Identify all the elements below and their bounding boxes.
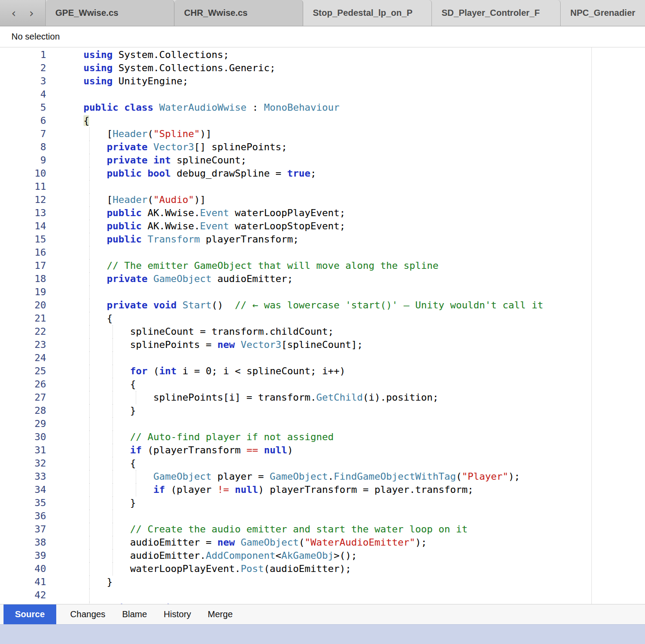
code-line-text: private GameObject audioEmitter; — [53, 272, 591, 286]
code-token — [258, 445, 264, 456]
jump-bar[interactable]: No selection — [0, 26, 645, 47]
code-line-text: } — [53, 496, 591, 510]
code-token: "Spline" — [153, 128, 200, 139]
code-line[interactable]: 20 private void Start() // ← was lowerca… — [0, 299, 591, 312]
code-line[interactable]: 2using System.Collections.Generic; — [0, 62, 591, 75]
code-line[interactable]: 4 — [0, 88, 591, 101]
code-token: int — [159, 365, 177, 376]
code-token — [83, 365, 130, 376]
bottom-tab-merge[interactable]: Merge — [208, 609, 233, 619]
code-line[interactable]: 40 waterLoopPlayEvent.Post(audioEmitter)… — [0, 562, 591, 575]
code-token: [ — [83, 128, 112, 139]
code-token: splinePoints = — [83, 339, 217, 350]
code-line[interactable]: 11 — [0, 180, 591, 193]
code-line[interactable]: 28 } — [0, 404, 591, 417]
indent-guide — [112, 325, 113, 338]
code-token: (playerTransform — [141, 445, 246, 456]
code-line[interactable]: 8 private Vector3[] splinePoints; — [0, 141, 591, 154]
code-line[interactable]: 22 splineCount = transform.childCount; — [0, 325, 591, 338]
line-number: 21 — [0, 312, 53, 325]
code-token: audioEmitter = — [83, 537, 217, 548]
code-line[interactable]: 24 — [0, 351, 591, 365]
code-token: () — [217, 603, 229, 604]
code-token: // Auto-find player if not assigned — [130, 431, 334, 442]
code-line[interactable]: 13 public AK.Wwise.Event waterLoopPlayEv… — [0, 206, 591, 220]
code-line[interactable]: 34 if (player != null) playerTransform =… — [0, 483, 591, 496]
code-token: // Create the audio emitter and start th… — [130, 524, 467, 535]
code-line[interactable]: 16 — [0, 246, 591, 259]
code-token — [235, 339, 240, 350]
code-line[interactable]: 17 // The emitter GameObject that will m… — [0, 259, 591, 272]
code-token: void — [153, 603, 177, 604]
file-tab-1[interactable]: GPE_Wwise.cs — [46, 0, 174, 26]
code-token: ) playerTransform = player.transform; — [258, 484, 473, 495]
code-line[interactable]: 42 — [0, 589, 591, 602]
code-line[interactable]: 26 { — [0, 378, 591, 391]
code-token: Event — [200, 207, 229, 218]
code-line[interactable]: 1using System.Collections; — [0, 48, 591, 62]
code-token: < — [275, 550, 281, 561]
file-tab-3[interactable]: Stop_Pedestal_lp_on_P — [303, 0, 432, 26]
file-tab-4[interactable]: SD_Player_Controler_F — [432, 0, 561, 26]
code-token: (player — [165, 484, 217, 495]
forward-button[interactable]: › — [29, 7, 34, 19]
code-line[interactable]: 6{ — [0, 114, 591, 127]
right-gutter — [591, 47, 645, 604]
code-token: } — [83, 497, 136, 508]
code-token: Update — [182, 603, 217, 604]
bottom-tab-blame[interactable]: Blame — [122, 609, 147, 619]
code-line[interactable]: 43 private void Update() — [0, 602, 591, 604]
code-line[interactable]: 32 { — [0, 457, 591, 470]
file-tab-5[interactable]: NPC_Grenadier — [561, 0, 645, 26]
back-button[interactable]: ‹ — [11, 7, 16, 19]
code-line-text: private void Start() // ← was lowercase … — [53, 299, 591, 312]
file-tab-2[interactable]: CHR_Wwise.cs — [174, 0, 303, 26]
code-line[interactable]: 35 } — [0, 496, 591, 510]
bottom-tab-changes[interactable]: Changes — [70, 609, 105, 619]
tab-history-nav: ‹ › — [0, 0, 46, 26]
code-line[interactable]: 5public class WaterAudioWwise : MonoBeha… — [0, 101, 591, 114]
code-line[interactable]: 33 GameObject player = GameObject.FindGa… — [0, 470, 591, 483]
line-number: 7 — [0, 127, 53, 141]
code-line[interactable]: 31 if (playerTransform == null) — [0, 444, 591, 457]
code-line[interactable]: 7 [Header("Spline")] — [0, 127, 591, 141]
indent-guide — [89, 206, 90, 220]
bottom-tab-source[interactable]: Source — [4, 604, 56, 624]
indent-guide — [112, 536, 113, 549]
code-line[interactable]: 37 // Create the audio emitter and start… — [0, 523, 591, 536]
code-line[interactable]: 39 audioEmitter.AddComponent<AkGameObj>(… — [0, 549, 591, 562]
code-line[interactable]: 38 audioEmitter = new GameObject("WaterA… — [0, 536, 591, 549]
code-line[interactable]: 27 splinePoints[i] = transform.GetChild(… — [0, 391, 591, 404]
bottom-tab-history[interactable]: History — [164, 609, 191, 619]
code-token: // The emitter GameObject that will move… — [107, 260, 438, 271]
code-line[interactable]: 36 — [0, 510, 591, 523]
code-token: { — [83, 379, 136, 390]
code-line[interactable]: 30 // Auto-find player if not assigned — [0, 431, 591, 444]
code-token: AK.Wwise. — [141, 207, 199, 218]
code-line[interactable]: 29 — [0, 417, 591, 431]
code-line[interactable]: 25 for (int i = 0; i < splineCount; i++) — [0, 365, 591, 378]
code-line[interactable]: 15 public Transform playerTransform; — [0, 233, 591, 246]
code-line-text: public AK.Wwise.Event waterLoopPlayEvent… — [53, 206, 591, 220]
code-line[interactable]: 19 — [0, 286, 591, 299]
code-lines[interactable]: 1using System.Collections;2using System.… — [0, 47, 591, 604]
indent-guide — [89, 444, 90, 457]
code-line[interactable]: 14 public AK.Wwise.Event waterLoopStopEv… — [0, 220, 591, 233]
code-line[interactable]: 10 public bool debug_drawSpline = true; — [0, 167, 591, 180]
code-line-text: public Transform playerTransform; — [53, 233, 591, 246]
code-token: GameObject — [153, 273, 211, 284]
code-line[interactable]: 41 } — [0, 575, 591, 589]
code-line-text: private int splineCount; — [53, 154, 591, 167]
indent-guide — [89, 220, 90, 233]
code-token — [141, 234, 147, 245]
code-line[interactable]: 9 private int splineCount; — [0, 154, 591, 167]
code-line[interactable]: 3using UnityEngine; — [0, 75, 591, 88]
code-token: == — [246, 445, 258, 456]
code-token: )] — [200, 128, 212, 139]
code-line[interactable]: 21 { — [0, 312, 591, 325]
code-token: FindGameObjectWithTag — [334, 471, 456, 482]
code-line[interactable]: 23 splinePoints = new Vector3[splineCoun… — [0, 338, 591, 351]
code-line[interactable]: 12 [Header("Audio")] — [0, 193, 591, 206]
indent-guide — [112, 562, 113, 575]
code-line[interactable]: 18 private GameObject audioEmitter; — [0, 272, 591, 286]
